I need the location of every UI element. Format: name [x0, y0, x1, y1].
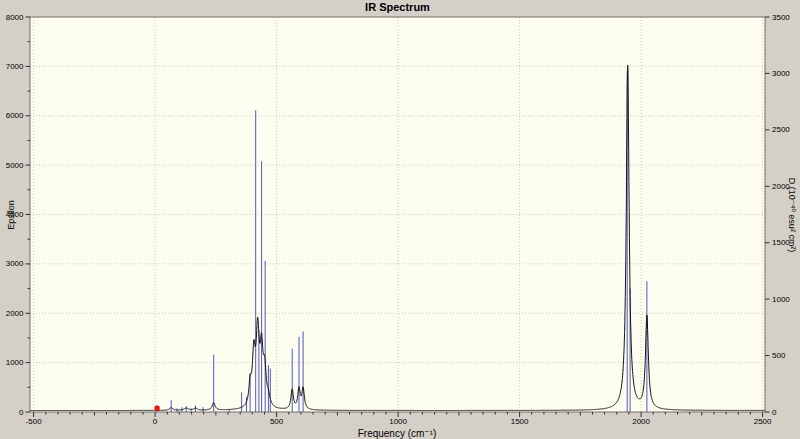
- x-tick-label: 2500: [754, 417, 772, 426]
- y-left-tick-label: 8000: [6, 13, 24, 22]
- x-tick-label: 0: [153, 417, 158, 426]
- y-right-tick-label: 3500: [772, 13, 790, 22]
- y-right-tick-label: 3000: [772, 69, 790, 78]
- y-right-tick-label: 2500: [772, 125, 790, 134]
- y-left-tick-label: 6000: [6, 111, 24, 120]
- y-right-tick-label: 500: [772, 351, 786, 360]
- origin-marker: [155, 406, 160, 411]
- y-right-tick-label: 1500: [772, 238, 790, 247]
- y-right-tick-label: 1000: [772, 295, 790, 304]
- plot-area: -500050010001500200025000100020003000400…: [0, 0, 800, 439]
- y-left-tick-label: 3000: [6, 259, 24, 268]
- x-tick-label: -500: [26, 417, 43, 426]
- ir-spectrum-chart: IR Spectrum Epsilon D (10⁻⁴⁰ esu² cm²) F…: [0, 0, 800, 439]
- y-left-tick-label: 0: [19, 408, 24, 417]
- x-tick-label: 1500: [511, 417, 529, 426]
- y-left-tick-label: 7000: [6, 62, 24, 71]
- x-tick-label: 500: [270, 417, 284, 426]
- x-tick-label: 2000: [632, 417, 650, 426]
- y-right-tick-label: 2000: [772, 182, 790, 191]
- y-left-tick-label: 1000: [6, 358, 24, 367]
- y-right-tick-label: 0: [772, 408, 777, 417]
- y-left-tick-label: 5000: [6, 161, 24, 170]
- y-left-tick-label: 2000: [6, 309, 24, 318]
- y-left-tick-label: 4000: [6, 210, 24, 219]
- x-tick-label: 1000: [389, 417, 407, 426]
